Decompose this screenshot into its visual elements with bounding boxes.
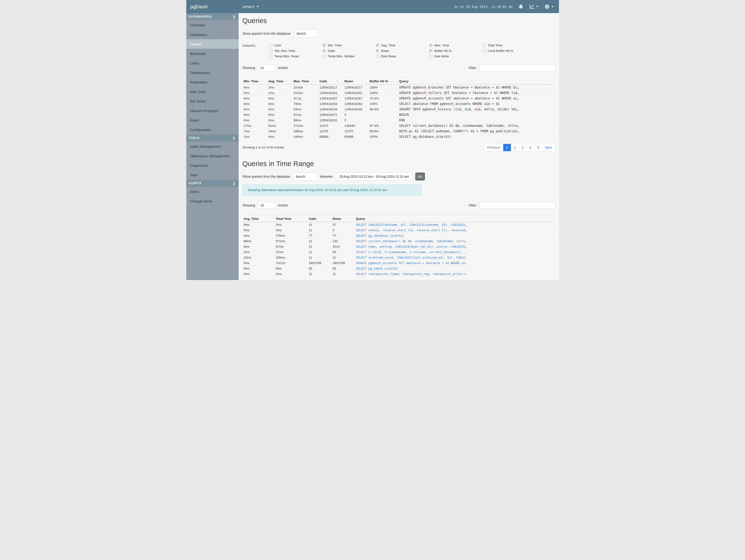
pagination-page-2[interactable]: 2 xyxy=(511,144,519,151)
column-header-rows[interactable]: ↑↓Rows xyxy=(331,216,355,222)
sort-icon[interactable]: ↑↓ xyxy=(336,79,342,82)
settings-menu-button[interactable] xyxy=(544,4,554,9)
column-header-max-time[interactable]: ↑↓Max. Time xyxy=(292,78,318,85)
query-cell[interactable]: SELECT pg_table_size($1) xyxy=(355,266,555,271)
server-selector[interactable]: server1 xyxy=(243,4,259,8)
query-cell[interactable]: BEGIN xyxy=(398,112,555,118)
column-header-rows[interactable]: ↑↓Rows xyxy=(343,78,368,85)
notifications-button[interactable] xyxy=(518,4,523,9)
column-header-buffer-hit-[interactable]: ↑↓Buffer Hit % xyxy=(368,78,398,85)
pagination-previous[interactable]: Previous xyxy=(484,144,503,151)
sidebar-item-top-k[interactable]: Top k xyxy=(186,170,239,179)
query-cell[interactable]: SELECT current_database() AS db, scheman… xyxy=(355,238,555,244)
sidebar-item-overview[interactable]: Overview xyxy=(186,20,239,30)
query-cell[interactable]: UPDATE pgbench_accounts SET abalance = a… xyxy=(355,260,555,266)
query-cell[interactable]: SELECT pg_database_size($1) xyxy=(355,233,555,238)
sidebar-item-roles[interactable]: Roles xyxy=(186,116,239,125)
sidebar-item-locks[interactable]: Locks xyxy=(186,58,239,68)
column-header-min-time[interactable]: ↑↓Min. Time xyxy=(242,78,267,85)
filter-input[interactable] xyxy=(480,64,555,71)
query-cell[interactable]: SELECT S.relid, S.schemaname, S.relname,… xyxy=(355,249,555,255)
sidebar-item-alerts[interactable]: Alerts xyxy=(186,187,239,196)
column-checkbox-temp-blks-written[interactable]: Temp Blks. Written xyxy=(322,54,376,58)
pagination-next[interactable]: Next xyxy=(542,144,555,151)
table-row: 0ms2ms1111SELECT checkpoints_timed, chec… xyxy=(242,271,555,277)
column-checkbox-rows[interactable]: ✔Rows xyxy=(376,49,429,53)
sidebar-item-wal-files[interactable]: WAL Files xyxy=(186,87,239,96)
sort-icon[interactable]: ↑↓ xyxy=(260,79,265,82)
query-cell[interactable]: SELECT abalance FROM pgbench_accounts WH… xyxy=(398,101,555,106)
column-header-calls[interactable]: ↑↓Calls xyxy=(307,216,331,222)
sidebar-item-queries[interactable]: Queries xyxy=(186,39,239,49)
charts-menu-button[interactable] xyxy=(529,4,539,9)
sidebar-item-bg-writer[interactable]: BG Writer xyxy=(186,96,239,106)
column-checkbox-calls[interactable]: ✔Calls xyxy=(322,49,376,53)
sidebar-item-change-alerts[interactable]: Change Alerts xyxy=(186,196,239,206)
sidebar-item-tablespace-management[interactable]: Tablespace Management xyxy=(186,151,239,161)
sort-icon[interactable]: ↑↓ xyxy=(362,79,367,82)
page-size-input[interactable] xyxy=(257,64,276,71)
sidebar-item-backends[interactable]: Backends xyxy=(186,49,239,58)
column-checkbox-user[interactable]: User xyxy=(269,43,322,47)
sort-icon[interactable]: ↑↓ xyxy=(548,79,553,82)
column-header-avg-time[interactable]: ↑↓Avg. Time xyxy=(267,78,292,85)
pagination-page-5[interactable]: 5 xyxy=(534,144,542,151)
sidebar-item-configuration[interactable]: Configuration xyxy=(186,125,239,134)
query-cell[interactable]: WITH pc AS (SELECT pubname, COUNT(*) AS … xyxy=(398,128,555,134)
sidebar-section-dashboards[interactable]: DASHBOARDS❯ xyxy=(186,13,239,20)
query-cell[interactable]: SELECT COALESCE(datname, $2), COALESCE(u… xyxy=(355,222,555,227)
query-cell[interactable]: INSERT INTO pgbench_history (tid, bid, a… xyxy=(398,106,555,112)
pagination-page-1[interactable]: 1 xyxy=(503,144,511,151)
query-cell[interactable]: UPDATE pgbench_tellers SET tbalance = tb… xyxy=(398,90,555,96)
column-checkbox-disk-read[interactable]: Disk Read xyxy=(376,54,429,58)
sidebar-item-vacuum-progress[interactable]: Vacuum Progress xyxy=(186,106,239,116)
query-cell[interactable]: END xyxy=(398,118,555,123)
go-button[interactable]: Go xyxy=(415,172,425,180)
database-input[interactable] xyxy=(294,30,318,38)
query-cell[interactable]: SELECT pg_database_size($1) xyxy=(398,134,555,139)
sidebar-item-diagnostics[interactable]: Diagnostics xyxy=(186,161,239,170)
query-cell[interactable]: UPDATE pgbench_accounts SET abalance = a… xyxy=(398,96,555,101)
query-cell[interactable]: SELECT name, setting, COALESCE(boot_val,… xyxy=(355,244,555,249)
column-checkbox-avg-time[interactable]: ✔Avg. Time xyxy=(376,43,429,47)
sort-icon[interactable]: ↑↓ xyxy=(548,217,553,220)
pagination-page-4[interactable]: 4 xyxy=(526,144,534,151)
sidebar-section-alerts[interactable]: ALERTS❯ xyxy=(186,179,239,187)
query-cell[interactable]: UPDATE pgbench_branches SET bbalance = b… xyxy=(398,85,555,90)
sort-icon[interactable]: ↑↓ xyxy=(348,217,353,220)
sort-icon[interactable]: ↑↓ xyxy=(286,79,291,82)
sidebar-section-tools[interactable]: TOOLS❯ xyxy=(186,134,239,141)
filter-input[interactable] xyxy=(480,202,555,209)
column-header-query[interactable]: ↑↓Query xyxy=(355,216,555,222)
sort-icon[interactable]: ↑↓ xyxy=(391,79,396,82)
sidebar-item-databases[interactable]: Databases xyxy=(186,30,239,39)
column-checkbox-total-time[interactable]: Total Time xyxy=(482,43,536,47)
column-checkbox-max-time[interactable]: ✔Max. Time xyxy=(429,43,482,47)
page-size-input[interactable] xyxy=(257,202,276,209)
column-checkbox-temp-blks-read[interactable]: Temp Blks. Read xyxy=(269,54,322,58)
column-header-avg-time[interactable]: ↑↓Avg. Time xyxy=(242,216,274,222)
column-checkbox-buffer-hit-[interactable]: ✔Buffer Hit % xyxy=(429,49,482,53)
column-header-query[interactable]: ↑↓Query xyxy=(398,78,555,85)
column-header-total-time[interactable]: ↑↓Total Time xyxy=(274,216,307,222)
sidebar-item-index-management[interactable]: Index Management xyxy=(186,141,239,151)
date-range-input[interactable] xyxy=(336,172,412,180)
column-checkbox-min-time[interactable]: ✔Min. Time xyxy=(322,43,376,47)
column-header-calls[interactable]: ↑↓Calls xyxy=(318,78,343,85)
pagination-page-3[interactable]: 3 xyxy=(518,144,526,151)
sort-icon[interactable]: ↑↓ xyxy=(312,79,317,82)
app-logo[interactable]: pgDash xyxy=(186,4,239,9)
column-checkbox-std-dev-time[interactable]: Std. Dev. Time xyxy=(269,49,322,53)
column-checkbox-disk-write[interactable]: Disk Write xyxy=(429,54,482,58)
query-cell[interactable]: SELECT checkpoints_timed, checkpoints_re… xyxy=(355,271,555,277)
sort-icon[interactable]: ↑↓ xyxy=(325,217,329,220)
database-input[interactable] xyxy=(293,172,317,180)
query-cell[interactable]: SELECT status, receive_start_lsn, receiv… xyxy=(355,227,555,233)
query-cell[interactable]: SELECT current_database() AS db, scheman… xyxy=(398,123,555,128)
sidebar-item-replication[interactable]: Replication xyxy=(186,77,239,87)
query-cell[interactable]: SELECT archived_count, COALESCE(last_arc… xyxy=(355,255,555,260)
sort-icon[interactable]: ↑↓ xyxy=(268,217,273,220)
column-checkbox-local-buffer-hit-[interactable]: Local Buffer Hit % xyxy=(482,49,536,53)
sort-icon[interactable]: ↑↓ xyxy=(301,217,306,220)
sidebar-item-tablespaces[interactable]: Tablespaces xyxy=(186,68,239,77)
